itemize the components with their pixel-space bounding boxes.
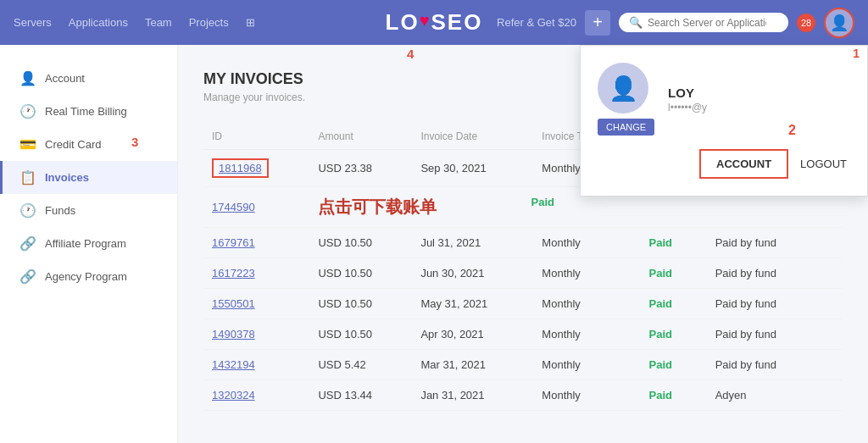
avatar-button[interactable]: 👤 [824,8,854,38]
topnav-logo: LO♥SEO [386,9,483,36]
topnav-right: Refer & Get $20 + 🔍 28 👤 [497,8,854,38]
search-icon: 🔍 [629,16,643,29]
dropdown-username: LOY [668,86,707,100]
invoice-payment: Paid by fund [707,319,843,350]
invoice-payment: Paid by fund [707,258,843,289]
sidebar-item-agency[interactable]: 🔗 Agency Program [0,260,177,293]
col-date: Invoice Date [412,124,533,150]
invoices-icon: 📋 [19,169,36,186]
nav-servers[interactable]: Servers [14,16,52,29]
invoice-amount: USD 23.38 [309,150,412,187]
sidebar: 👤 Account 🕐 Real Time Billing 💳 Credit C… [0,45,178,443]
invoice-amount: USD 10.50 [309,289,412,319]
invoice-payment: Paid by fund [707,228,843,258]
invoice-id-cell: 1490378 [203,319,309,350]
dropdown-header: 👤 CHANGE LOY l••••••@y [598,63,850,136]
status-badge: Paid [649,267,672,280]
sidebar-item-affiliate[interactable]: 🔗 Affiliate Program [0,227,177,260]
invoice-status: Paid [641,228,707,258]
invoice-type: Monthly [533,319,640,350]
invoice-id-link[interactable]: 1744590 [212,201,255,213]
affiliate-icon: 🔗 [19,235,36,252]
sidebar-item-billing[interactable]: 🕐 Real Time Billing [0,95,177,128]
table-row: 1550501USD 10.50May 31, 2021MonthlyPaidP… [203,289,843,319]
sidebar-label-account: Account [45,72,85,85]
invoice-id-cell: 1744590 [203,187,309,228]
invoice-id-link[interactable]: 1617223 [212,267,255,280]
sidebar-item-creditcard[interactable]: 💳 Credit Card 3 [0,128,177,161]
invoice-id-link[interactable]: 1432194 [212,358,255,371]
invoice-type: Monthly [533,350,640,380]
col-id: ID [203,124,309,150]
invoice-status: Paid [641,258,707,289]
topnav-left: Servers Applications Team Projects ⊞ [14,16,255,29]
table-row: 1490378USD 10.50Apr 30, 2021MonthlyPaidP… [203,319,843,350]
sidebar-label-billing: Real Time Billing [45,105,127,118]
invoice-amount: USD 10.50 [309,228,412,258]
table-row: 1320324USD 13.44Jan 31, 2021MonthlyPaidA… [203,380,843,411]
add-button[interactable]: + [585,10,610,36]
annotation-3: 3 [131,135,138,149]
col-amount: Amount [309,124,412,150]
status-badge: Paid [649,328,672,341]
invoice-status: Paid [641,380,707,411]
sidebar-item-funds[interactable]: 🕐 Funds [0,194,177,227]
invoice-id-cell: 1679761 [203,228,309,258]
invoice-payment: Paid by fund [707,350,843,380]
invoice-date: Apr 30, 2021 [412,319,533,350]
table-row: 1679761USD 10.50Jul 31, 2021MonthlyPaidP… [203,228,843,258]
invoice-type: Monthly [533,380,640,411]
table-row: 1432194USD 5.42Mar 31, 2021MonthlyPaidPa… [203,350,843,380]
account-icon: 👤 [19,70,36,86]
sidebar-label-funds: Funds [45,204,75,217]
sidebar-item-account[interactable]: 👤 Account [0,62,177,95]
funds-icon: 🕐 [19,202,36,219]
billing-icon: 🕐 [19,103,36,119]
invoice-id-cell: 1320324 [203,380,309,411]
search-box: 🔍 [619,13,788,32]
chinese-overlay-text: 点击可下载账单 [318,197,437,216]
avatar-icon: 👤 [609,75,638,102]
creditcard-icon: 💳 [19,136,36,152]
status-badge: Paid [649,236,672,249]
annotation-2: 2 [788,123,796,138]
nav-applications[interactable]: Applications [69,16,128,29]
invoice-id-link[interactable]: 1490378 [212,328,255,341]
invoice-type: Monthly [533,228,640,258]
status-badge: Paid [649,358,672,371]
annotation-4: 4 [407,47,414,61]
invoice-amount: USD 5.42 [309,350,412,380]
invoice-type: Monthly [533,258,640,289]
nav-grid[interactable]: ⊞ [246,16,255,29]
sidebar-item-invoices[interactable]: 📋 Invoices [0,161,177,194]
invoice-id-link[interactable]: 1320324 [212,389,255,401]
logout-button[interactable]: LOGOUT [797,149,850,179]
nav-projects[interactable]: Projects [189,16,229,29]
invoice-id-link[interactable]: 1811968 [212,158,269,178]
invoice-payment: Adyen [707,380,843,411]
account-button[interactable]: ACCOUNT [699,149,788,179]
dropdown-actions: ACCOUNT LOGOUT [598,149,850,179]
notification-badge[interactable]: 28 [797,14,815,32]
invoice-type: Monthly [533,289,640,319]
sidebar-label-invoices: Invoices [45,171,89,184]
invoice-date: Mar 31, 2021 [412,350,533,380]
user-icon: 👤 [830,14,849,32]
dropdown-avatar-wrapper: 👤 CHANGE [598,63,654,136]
invoice-id-link[interactable]: 1679761 [212,236,255,249]
user-dropdown: 👤 CHANGE LOY l••••••@y ACCOUNT LOGOUT [580,45,868,197]
search-input[interactable] [648,17,766,29]
status-badge: Paid [649,297,672,310]
invoice-date: Jun 30, 2021 [412,258,533,289]
invoice-amount: USD 10.50 [309,319,412,350]
invoice-status: Paid [641,289,707,319]
refer-link[interactable]: Refer & Get $20 [497,16,576,29]
invoice-id-cell: 1432194 [203,350,309,380]
nav-team[interactable]: Team [145,16,172,29]
invoice-id-cell: 1550501 [203,289,309,319]
topnav: Servers Applications Team Projects ⊞ LO♥… [0,0,868,45]
dropdown-avatar: 👤 [598,63,648,114]
invoice-id-link[interactable]: 1550501 [212,297,255,310]
change-avatar-button[interactable]: CHANGE [598,119,654,136]
agency-icon: 🔗 [19,269,36,285]
